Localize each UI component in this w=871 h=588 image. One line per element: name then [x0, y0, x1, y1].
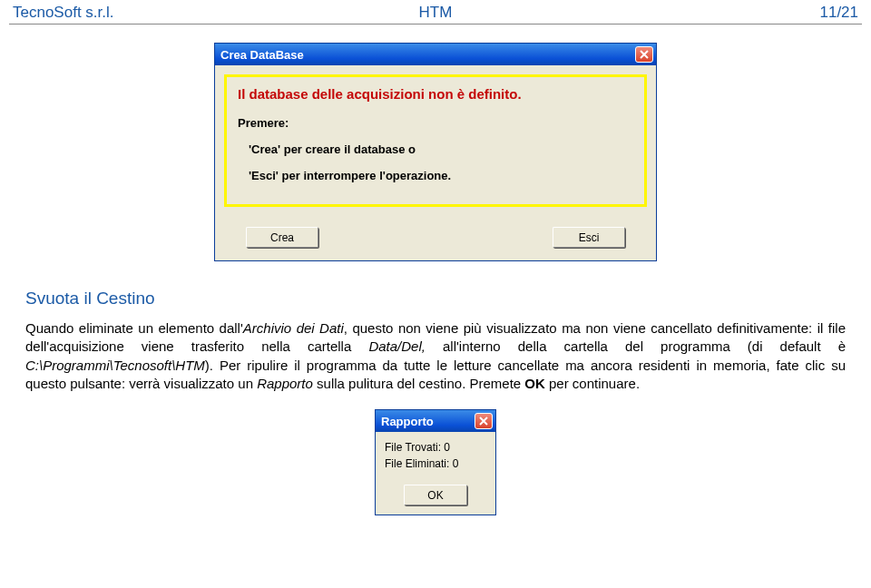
section-heading: Svuota il Cestino — [25, 289, 846, 309]
dialog-button-row: Crea Esci — [215, 216, 656, 260]
main-content: Crea DataBase Il database delle acquisiz… — [0, 43, 871, 515]
text-italic: Archivio dei Dati — [243, 320, 344, 336]
text-italic: Data/Del, — [368, 338, 426, 354]
text: per continuare. — [545, 376, 640, 391]
header-page-number: 11/21 — [576, 4, 858, 22]
close-button[interactable] — [635, 46, 653, 63]
press-label: Premere: — [238, 116, 633, 130]
header-divider — [9, 24, 862, 24]
alert-text: Il database delle acquisizioni non è def… — [238, 86, 633, 102]
esci-button[interactable]: Esci — [553, 227, 625, 248]
rapporto-dialog: Rapporto File Trovati: 0 File Eliminati:… — [375, 409, 496, 515]
page-header: TecnoSoft s.r.l. HTM 11/21 — [0, 0, 871, 24]
close-button[interactable] — [475, 413, 493, 429]
header-title: HTM — [295, 4, 577, 22]
dialog-title: Crea DataBase — [220, 48, 635, 62]
crea-database-dialog: Crea DataBase Il database delle acquisiz… — [214, 43, 657, 261]
close-icon — [640, 50, 649, 59]
file-eliminati-line: File Eliminati: 0 — [385, 457, 486, 470]
dialog-titlebar: Rapporto — [376, 410, 495, 432]
text-italic: Rapporto — [257, 376, 313, 391]
dialog-titlebar: Crea DataBase — [215, 44, 656, 65]
file-trovati-line: File Trovati: 0 — [385, 441, 486, 454]
text: sulla pulitura del cestino. Premete — [313, 376, 524, 391]
section-paragraph: Quando eliminate un elemento dall'Archiv… — [25, 319, 846, 393]
text-italic: C:\Programmi\Tecnosoft\HTM — [25, 358, 205, 373]
text: Quando eliminate un elemento dall' — [25, 320, 243, 336]
text: all'interno della cartella del programma… — [426, 338, 846, 354]
text-bold: OK — [524, 376, 545, 391]
alert-frame: Il database delle acquisizioni non è def… — [224, 74, 647, 207]
dialog-title: Rapporto — [381, 415, 475, 428]
ok-button[interactable]: OK — [404, 485, 467, 505]
option-crea: 'Crea' per creare il database o — [238, 142, 633, 156]
header-company: TecnoSoft s.r.l. — [13, 4, 295, 22]
close-icon — [479, 416, 488, 426]
dialog-body: File Trovati: 0 File Eliminati: 0 — [376, 432, 495, 481]
option-esci: 'Esci' per interrompere l'operazione. — [238, 169, 633, 182]
dialog-body: Il database delle acquisizioni non è def… — [215, 65, 656, 216]
dialog-button-row: OK — [376, 481, 495, 514]
crea-button[interactable]: Crea — [246, 227, 318, 248]
